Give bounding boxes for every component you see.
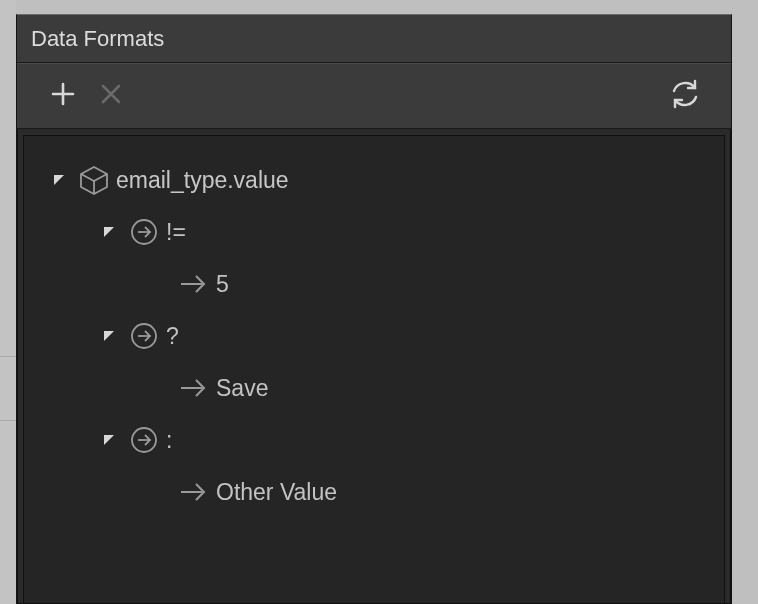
expand-toggle-icon[interactable] bbox=[46, 173, 72, 187]
svg-marker-7 bbox=[104, 227, 114, 237]
arrow-circle-right-icon bbox=[122, 425, 166, 455]
svg-marker-15 bbox=[104, 435, 114, 445]
tree-row-root[interactable]: email_type.value bbox=[24, 154, 724, 206]
tree-label: ? bbox=[166, 323, 179, 350]
arrow-circle-right-icon bbox=[122, 217, 166, 247]
delete-button[interactable] bbox=[87, 72, 135, 120]
add-button[interactable] bbox=[39, 72, 87, 120]
close-icon bbox=[98, 81, 124, 111]
cube-icon bbox=[72, 163, 116, 197]
plus-icon bbox=[49, 80, 77, 112]
tree-row-operator[interactable]: ? bbox=[24, 310, 724, 362]
panel-title-text: Data Formats bbox=[31, 26, 164, 51]
expand-toggle-icon[interactable] bbox=[96, 329, 122, 343]
svg-marker-4 bbox=[54, 175, 64, 185]
tree-label: email_type.value bbox=[116, 167, 289, 194]
refresh-button[interactable] bbox=[661, 72, 709, 120]
tree-row-operator[interactable]: != bbox=[24, 206, 724, 258]
tree-label: Other Value bbox=[216, 479, 337, 506]
arrow-right-icon bbox=[172, 271, 216, 297]
tree-label: 5 bbox=[216, 271, 229, 298]
tree-view[interactable]: email_type.value != bbox=[23, 135, 725, 604]
expand-toggle-icon[interactable] bbox=[96, 225, 122, 239]
data-formats-panel: Data Formats bbox=[16, 14, 732, 604]
tree-label: != bbox=[166, 219, 186, 246]
expand-toggle-icon[interactable] bbox=[96, 433, 122, 447]
arrow-right-icon bbox=[172, 375, 216, 401]
toolbar bbox=[17, 63, 731, 129]
tree-row-value[interactable]: Save bbox=[24, 362, 724, 414]
left-gutter bbox=[0, 0, 16, 604]
arrow-right-icon bbox=[172, 479, 216, 505]
tree-label: Save bbox=[216, 375, 268, 402]
panel-title: Data Formats bbox=[17, 15, 731, 63]
tree-label: : bbox=[166, 427, 172, 454]
tree-row-value[interactable]: 5 bbox=[24, 258, 724, 310]
svg-marker-11 bbox=[104, 331, 114, 341]
tree-row-operator[interactable]: : bbox=[24, 414, 724, 466]
refresh-icon bbox=[669, 78, 701, 114]
tree-row-value[interactable]: Other Value bbox=[24, 466, 724, 518]
arrow-circle-right-icon bbox=[122, 321, 166, 351]
